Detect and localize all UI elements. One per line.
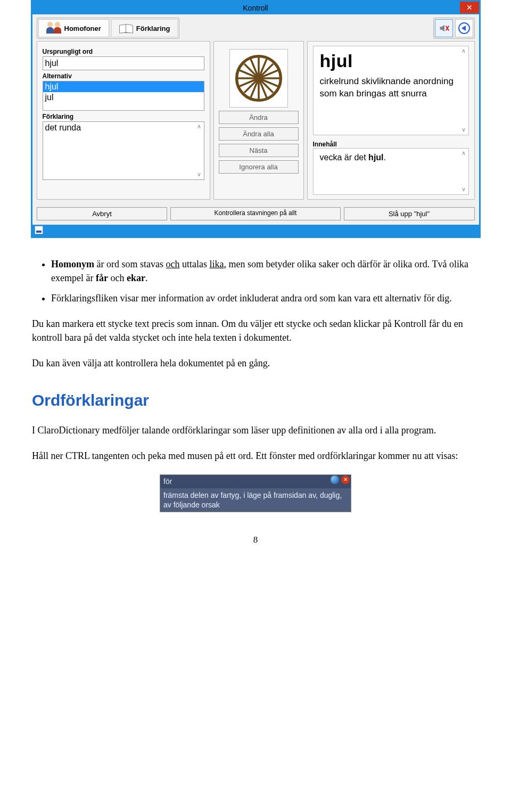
back-button[interactable] xyxy=(455,19,473,37)
right-panel: ∧ ∨ hjul cirkelrund skivliknande anordni… xyxy=(307,41,475,200)
tab-homofoner[interactable]: Homofoner xyxy=(38,19,109,37)
kontroll-dialog: Kontroll ✕ Homofoner Förklaring xyxy=(31,0,481,238)
scroll-up-icon[interactable]: ∧ xyxy=(460,47,467,55)
list-item[interactable]: jul xyxy=(43,92,204,103)
label-alternativ: Alternativ xyxy=(43,72,204,80)
tab-label: Homofoner xyxy=(64,24,101,32)
ignorera-alla-button[interactable]: Ignorera alla xyxy=(219,160,299,174)
tab-label: Förklaring xyxy=(136,24,170,32)
people-icon xyxy=(46,23,61,34)
document-body: Homonym är ord som stavas och uttalas li… xyxy=(32,257,479,547)
avbryt-button[interactable]: Avbryt xyxy=(37,207,168,220)
dialog-footer xyxy=(32,225,479,236)
sla-upp-button[interactable]: Slå upp "hjul" xyxy=(344,207,475,220)
label-ursprungligt: Ursprungligt ord xyxy=(43,48,204,55)
scroll-down-icon[interactable]: ∨ xyxy=(460,126,467,134)
bullet-forklaring: Förklaringsfliken visar mer information … xyxy=(51,291,479,305)
close-icon[interactable]: ✕ xyxy=(460,2,479,13)
ursprungligt-input[interactable]: hjul xyxy=(43,56,204,70)
scroll-up-icon[interactable]: ∧ xyxy=(195,123,203,130)
andra-button[interactable]: Ändra xyxy=(219,111,299,124)
close-icon[interactable] xyxy=(341,475,350,484)
toolbar-group xyxy=(433,18,475,39)
scroll-down-icon[interactable]: ∨ xyxy=(195,171,203,178)
kontrollera-button[interactable]: Kontrollera stavningen på allt xyxy=(170,207,340,220)
tooltip-header: för xyxy=(160,475,351,488)
heading-ordforklaringar: Ordförklaringar xyxy=(32,389,479,412)
andra-alla-button[interactable]: Ändra alla xyxy=(219,127,299,141)
titlebar: Kontroll ✕ xyxy=(32,2,479,14)
forklaring-textarea[interactable]: det runda ∧ ∨ xyxy=(43,121,204,180)
mute-button[interactable] xyxy=(435,19,453,37)
context-text: vecka är det hjul. xyxy=(320,153,386,162)
dialog-title: Kontroll xyxy=(243,4,268,12)
wheel-image xyxy=(229,49,288,108)
bullet-homonym: Homonym är ord som stavas och uttalas li… xyxy=(51,257,479,285)
label-forklaring: Förklaring xyxy=(43,113,204,120)
definition-text: cirkelrund skivliknande anordning som ka… xyxy=(320,76,462,100)
scroll-up-icon[interactable]: ∧ xyxy=(460,150,467,157)
book-icon xyxy=(119,23,133,33)
back-icon xyxy=(458,22,470,34)
paragraph: I ClaroDictionary medföljer talande ordf… xyxy=(32,423,479,437)
tooltip-body: främsta delen av fartyg, i läge på frams… xyxy=(160,488,351,512)
paragraph: Du kan även välja att kontrollera hela d… xyxy=(32,356,479,370)
left-panel: Ursprungligt ord hjul Alternativ hjul ju… xyxy=(37,41,210,200)
definition-block: ∧ ∨ hjul cirkelrund skivliknande anordni… xyxy=(313,46,469,135)
paragraph: Du kan markera ett stycke text precis so… xyxy=(32,317,479,345)
nasta-button[interactable]: Nästa xyxy=(219,144,299,157)
tooltip-word: för xyxy=(163,477,172,486)
mid-panel: Ändra Ändra alla Nästa Ignorera alla xyxy=(213,41,304,200)
page-number: 8 xyxy=(32,534,479,547)
forklaring-value: det runda xyxy=(45,123,81,132)
definition-tooltip: för främsta delen av fartyg, i läge på f… xyxy=(160,474,351,512)
scroll-down-icon[interactable]: ∨ xyxy=(460,186,467,193)
speaker-mute-icon xyxy=(438,22,450,34)
globe-icon[interactable] xyxy=(331,475,339,484)
document-icon[interactable] xyxy=(35,226,43,234)
tab-bar: Homofoner Förklaring xyxy=(37,18,180,39)
tab-forklaring[interactable]: Förklaring xyxy=(111,19,178,37)
list-item[interactable]: hjul xyxy=(43,81,204,92)
alternativ-list[interactable]: hjul jul xyxy=(43,81,204,111)
paragraph: Håll ner CTRL tangenten och peka med mus… xyxy=(32,449,479,463)
definition-word: hjul xyxy=(320,51,462,71)
label-innehall: Innehåll xyxy=(313,141,469,148)
context-block: ∧ ∨ vecka är det hjul. xyxy=(313,148,469,195)
